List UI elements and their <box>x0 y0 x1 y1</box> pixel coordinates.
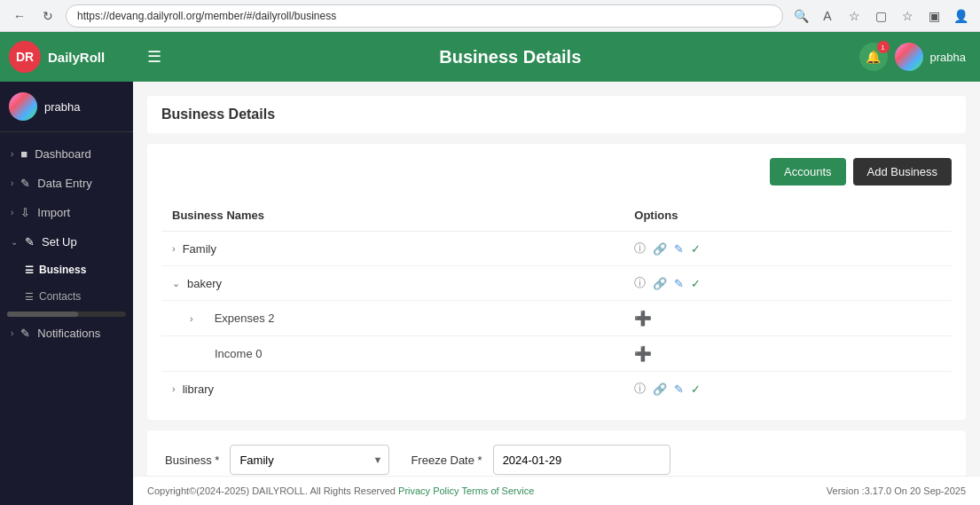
toolbar: Accounts Add Business <box>161 158 952 185</box>
accounts-button[interactable]: Accounts <box>770 158 845 185</box>
header-title: Business Details <box>172 47 849 67</box>
tab-icon[interactable]: ▢ <box>870 5 891 27</box>
import-icon: ⇩ <box>20 206 30 219</box>
add-icon[interactable]: ➕ <box>634 346 652 361</box>
business-table: Business Names Options › Family <box>161 200 952 406</box>
font-icon[interactable]: A <box>817 5 838 27</box>
freeze-date-input[interactable] <box>493 445 670 475</box>
add-business-button[interactable]: Add Business <box>853 158 953 185</box>
business-name: Family <box>183 242 216 256</box>
menu-button[interactable]: ☰ <box>147 47 161 67</box>
edit-icon[interactable]: ✎ <box>674 277 684 290</box>
page-body: Business Details Accounts Add Business B… <box>133 82 980 476</box>
row-expand-icon[interactable]: › <box>172 243 176 254</box>
sidebar-item-data-entry[interactable]: › ✎ Data Entry <box>0 169 133 198</box>
business-select[interactable]: Family <box>230 445 389 475</box>
sidebar-logo: DR DailyRoll <box>0 32 133 82</box>
bell-badge: 1 <box>877 41 890 53</box>
forward-button[interactable]: ↻ <box>37 5 59 27</box>
sidebar-item-label: Data Entry <box>37 177 91 190</box>
edit-icon[interactable]: ✎ <box>674 383 684 396</box>
expand-arrow-icon: ⌄ <box>11 237 18 247</box>
avatar <box>9 92 37 121</box>
col-business-names: Business Names <box>161 200 623 232</box>
sidebar-user: prabha <box>0 82 133 132</box>
notifications-bell[interactable]: 🔔 1 <box>859 43 888 71</box>
row-expand-icon[interactable]: › <box>190 313 193 324</box>
table-row: Income 0 ➕ <box>161 336 952 372</box>
table-row: › Family ⓘ 🔗 ✎ ✓ <box>161 232 952 266</box>
sidebar-subitem-label: Business <box>39 264 86 276</box>
check-icon[interactable]: ✓ <box>691 383 701 396</box>
sidebar-item-setup[interactable]: ⌄ ✎ Set Up <box>0 227 133 256</box>
sidebar-item-notifications[interactable]: › ✎ Notifications <box>0 319 133 348</box>
browser-bar: ← ↻ https://devang.dailyroll.org/member/… <box>0 0 980 32</box>
sidebar-item-label: Import <box>37 206 70 219</box>
sidebar-item-label: Notifications <box>37 327 100 340</box>
page-title-text: Business Details <box>161 107 275 122</box>
privacy-policy-link[interactable]: Privacy Policy <box>398 485 459 496</box>
extension-icon[interactable]: ▣ <box>923 5 945 27</box>
action-icons: ⓘ 🔗 ✎ ✓ <box>634 241 941 256</box>
add-icon[interactable]: ➕ <box>634 311 652 326</box>
check-icon[interactable]: ✓ <box>691 277 701 290</box>
list-icon: ☰ <box>25 264 34 276</box>
info-icon[interactable]: ⓘ <box>634 241 646 256</box>
header-actions: 🔔 1 prabha <box>859 43 966 71</box>
sidebar-username: prabha <box>44 100 80 114</box>
bookmark-icon[interactable]: ☆ <box>897 5 918 27</box>
col-options: Options <box>623 200 952 232</box>
action-icons: ⓘ 🔗 ✎ ✓ <box>634 275 941 291</box>
business-table-card: Accounts Add Business Business Names Opt… <box>147 144 966 420</box>
row-collapse-icon[interactable]: ⌄ <box>172 278 180 289</box>
contacts-icon: ☰ <box>25 291 34 303</box>
freeze-date-field-group: Freeze Date * <box>411 445 670 475</box>
terms-link[interactable]: Terms of Service <box>461 485 534 496</box>
expand-arrow-icon: › <box>11 149 13 159</box>
link-icon[interactable]: 🔗 <box>653 383 667 396</box>
sub-business-name: Expenses 2 <box>200 312 275 325</box>
sidebar-subitem-label: Contacts <box>39 290 81 303</box>
footer-version: Version :3.17.0 On 20 Sep-2025 <box>827 485 966 496</box>
data-entry-icon: ✎ <box>20 177 30 190</box>
sub-business-name: Income 0 <box>200 347 262 360</box>
profile-icon[interactable]: 👤 <box>950 5 971 27</box>
sidebar-item-label: Dashboard <box>35 147 91 161</box>
url-text: https://devang.dailyroll.org/member/#/da… <box>77 10 336 22</box>
table-row: ⌄ bakery ⓘ 🔗 ✎ ✓ <box>161 266 952 301</box>
app-header: ☰ Business Details 🔔 1 prabha <box>133 32 980 82</box>
link-icon[interactable]: 🔗 <box>653 277 667 290</box>
info-icon[interactable]: ⓘ <box>634 275 646 291</box>
notifications-icon: ✎ <box>20 327 30 340</box>
info-icon[interactable]: ⓘ <box>634 381 646 397</box>
sidebar-item-import[interactable]: › ⇩ Import <box>0 198 133 227</box>
row-expand-icon[interactable]: › <box>172 383 176 394</box>
sidebar-divider <box>7 312 126 317</box>
sidebar: DR DailyRoll prabha › ■ Dashboard › ✎ Da… <box>0 32 133 505</box>
form-row: Business * Family ▼ Freeze Date * <box>165 445 948 475</box>
sidebar-item-contacts[interactable]: ☰ Contacts <box>0 283 133 310</box>
star-icon[interactable]: ☆ <box>843 5 865 27</box>
expand-arrow-icon: › <box>11 178 13 188</box>
logo-icon: DR <box>9 41 41 73</box>
dashboard-icon: ■ <box>20 147 27 161</box>
business-field-group: Business * Family ▼ <box>165 445 389 475</box>
back-button[interactable]: ← <box>9 5 30 27</box>
setup-icon: ✎ <box>25 235 35 249</box>
logo-text: DailyRoll <box>48 50 105 65</box>
footer: Copyright©(2024-2025) DAILYROLL. All Rig… <box>133 476 980 505</box>
link-icon[interactable]: 🔗 <box>653 242 667 256</box>
header-avatar[interactable] <box>895 43 923 71</box>
edit-icon[interactable]: ✎ <box>674 242 684 256</box>
url-bar[interactable]: https://devang.dailyroll.org/member/#/da… <box>66 4 783 28</box>
business-form-card: Business * Family ▼ Freeze Date * <box>147 430 966 476</box>
business-name: library <box>183 383 214 396</box>
expand-arrow-icon: › <box>11 328 13 338</box>
table-row: › library ⓘ 🔗 ✎ ✓ <box>161 372 952 406</box>
header-username: prabha <box>930 51 966 64</box>
business-label: Business * <box>165 454 219 467</box>
sidebar-item-business[interactable]: ☰ Business <box>0 256 133 283</box>
check-icon[interactable]: ✓ <box>691 242 701 256</box>
sidebar-item-dashboard[interactable]: › ■ Dashboard <box>0 139 133 169</box>
search-icon[interactable]: 🔍 <box>790 5 811 27</box>
